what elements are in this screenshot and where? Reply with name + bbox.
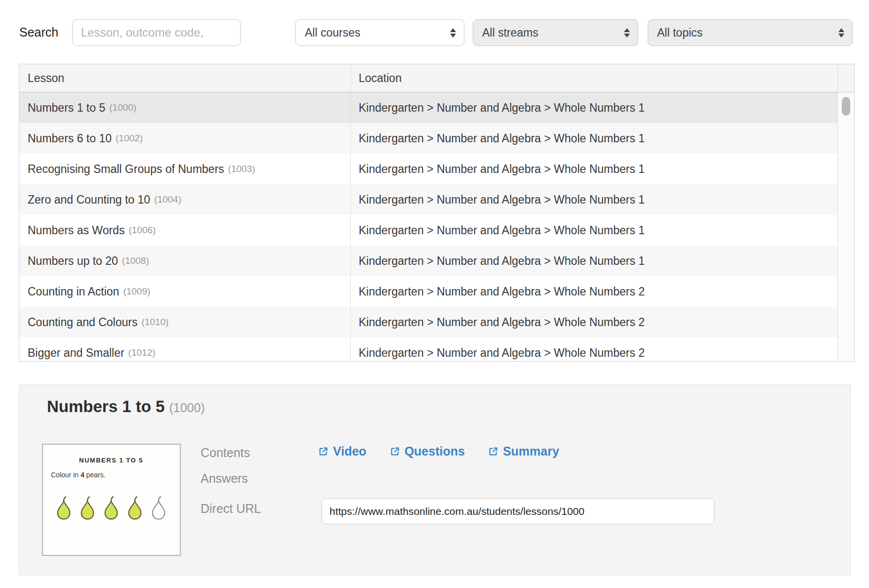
detail-title: Numbers 1 to 5(1000) bbox=[47, 397, 205, 416]
topics-select-value: All topics bbox=[657, 26, 703, 40]
topics-select[interactable]: All topics bbox=[648, 19, 853, 46]
lesson-location: Kindergarten > Number and Algebra > Whol… bbox=[350, 184, 837, 215]
lesson-location: Kindergarten > Number and Algebra > Whol… bbox=[350, 92, 837, 123]
scrollbar-track bbox=[837, 154, 854, 184]
lesson-code: (1006) bbox=[128, 225, 156, 236]
scrollbar-header-corner bbox=[837, 64, 854, 92]
table-header: Lesson Location bbox=[19, 64, 854, 92]
contents-links-row: Video Questions Summary bbox=[318, 441, 559, 461]
table-row[interactable]: Bigger and Smaller (1012) Kindergarten >… bbox=[19, 337, 854, 361]
external-link-icon bbox=[390, 446, 400, 457]
scrollbar-track bbox=[837, 337, 854, 361]
summary-link[interactable]: Summary bbox=[488, 444, 559, 459]
video-link[interactable]: Video bbox=[318, 444, 367, 459]
lesson-link-label: Questions bbox=[405, 444, 465, 459]
lesson-location: Kindergarten > Number and Algebra > Whol… bbox=[350, 337, 837, 361]
scrollbar-track bbox=[837, 123, 854, 154]
pear-icon bbox=[105, 497, 118, 519]
lesson-title: Recognising Small Groups of Numbers bbox=[28, 163, 224, 176]
lesson-code: (1000) bbox=[109, 102, 136, 113]
table-row[interactable]: Numbers up to 20 (1008) Kindergarten > N… bbox=[19, 246, 854, 276]
lesson-code: (1012) bbox=[128, 347, 156, 358]
lesson-title: Numbers as Words bbox=[28, 224, 124, 237]
search-input[interactable] bbox=[72, 19, 241, 46]
direct-url-label: Direct URL bbox=[201, 502, 261, 516]
direct-url-input[interactable] bbox=[322, 499, 714, 524]
table-row[interactable]: Counting in Action (1009) Kindergarten >… bbox=[19, 276, 854, 307]
table-scrollbar-thumb[interactable] bbox=[842, 97, 850, 116]
lesson-title: Numbers up to 20 bbox=[28, 254, 118, 268]
answers-label: Answers bbox=[201, 471, 248, 486]
pear-icon bbox=[129, 497, 141, 519]
lesson-location: Kindergarten > Number and Algebra > Whol… bbox=[350, 215, 837, 246]
worksheet-heading: NUMBERS 1 TO 5 bbox=[79, 457, 143, 464]
lesson-title: Numbers 6 to 10 bbox=[28, 132, 112, 145]
table-row[interactable]: Numbers 6 to 10 (1002) Kindergarten > Nu… bbox=[19, 123, 854, 154]
lesson-location: Kindergarten > Number and Algebra > Whol… bbox=[350, 123, 837, 154]
lesson-code: (1002) bbox=[116, 133, 143, 144]
lesson-title: Counting in Action bbox=[28, 285, 119, 298]
worksheet-caption: Colour in 4 pears. bbox=[51, 471, 106, 479]
courses-select-value: All courses bbox=[305, 26, 360, 40]
lesson-thumbnail: NUMBERS 1 TO 5 Colour in 4 pears. bbox=[42, 444, 181, 556]
lesson-code: (1004) bbox=[154, 194, 181, 205]
scrollbar-track bbox=[837, 307, 854, 337]
table-row[interactable]: Zero and Counting to 10 (1004) Kindergar… bbox=[19, 184, 854, 215]
worksheet-preview-image: NUMBERS 1 TO 5 Colour in 4 pears. bbox=[43, 445, 180, 555]
streams-select[interactable]: All streams bbox=[473, 19, 638, 46]
lesson-table: Lesson Location Numbers 1 to 5 (1000) Ki… bbox=[19, 64, 855, 362]
lesson-title: Numbers 1 to 5 bbox=[28, 101, 105, 115]
column-header-location: Location bbox=[359, 72, 402, 85]
table-row[interactable]: Counting and Colours (1010) Kindergarten… bbox=[19, 307, 854, 337]
lesson-location: Kindergarten > Number and Algebra > Whol… bbox=[350, 307, 837, 337]
courses-select[interactable]: All courses bbox=[295, 19, 464, 46]
dropdown-arrow-icon bbox=[450, 28, 456, 38]
external-link-icon bbox=[318, 446, 329, 457]
lesson-title: Counting and Colours bbox=[28, 316, 137, 329]
table-row[interactable]: Numbers 1 to 5 (1000) Kindergarten > Num… bbox=[19, 92, 854, 123]
lesson-location: Kindergarten > Number and Algebra > Whol… bbox=[350, 246, 837, 276]
pear-icon bbox=[82, 497, 94, 519]
detail-title-text: Numbers 1 to 5 bbox=[47, 397, 165, 416]
questions-link[interactable]: Questions bbox=[390, 444, 465, 459]
scrollbar-track bbox=[837, 215, 854, 246]
lesson-link-label: Summary bbox=[503, 444, 559, 459]
lesson-code: (1003) bbox=[228, 164, 255, 174]
scrollbar-track bbox=[837, 246, 854, 276]
pear-icon bbox=[58, 497, 70, 519]
table-body: Numbers 1 to 5 (1000) Kindergarten > Num… bbox=[19, 92, 854, 361]
lesson-location: Kindergarten > Number and Algebra > Whol… bbox=[350, 154, 837, 184]
table-row[interactable]: Numbers as Words (1006) Kindergarten > N… bbox=[19, 215, 854, 246]
dropdown-arrow-icon bbox=[624, 28, 630, 38]
lesson-code: (1008) bbox=[122, 255, 149, 266]
lesson-title: Bigger and Smaller bbox=[28, 346, 124, 360]
pear-icon bbox=[153, 497, 165, 519]
streams-select-value: All streams bbox=[482, 26, 538, 40]
search-label: Search bbox=[19, 25, 58, 40]
table-row[interactable]: Recognising Small Groups of Numbers (100… bbox=[19, 154, 854, 184]
column-header-lesson: Lesson bbox=[28, 72, 64, 85]
external-link-icon bbox=[488, 446, 498, 457]
pears-group bbox=[58, 497, 165, 519]
lesson-code: (1009) bbox=[123, 286, 150, 297]
dropdown-arrow-icon bbox=[838, 28, 844, 38]
lesson-code: (1010) bbox=[141, 317, 168, 328]
contents-label: Contents bbox=[201, 446, 250, 460]
scrollbar-track bbox=[837, 184, 854, 215]
lesson-detail-panel: Numbers 1 to 5(1000) NUMBERS 1 TO 5 Colo… bbox=[19, 384, 851, 575]
lesson-location: Kindergarten > Number and Algebra > Whol… bbox=[350, 276, 837, 307]
lesson-title: Zero and Counting to 10 bbox=[28, 193, 150, 207]
lesson-link-label: Video bbox=[333, 444, 367, 459]
detail-title-code: (1000) bbox=[169, 401, 205, 415]
scrollbar-track bbox=[837, 276, 854, 307]
